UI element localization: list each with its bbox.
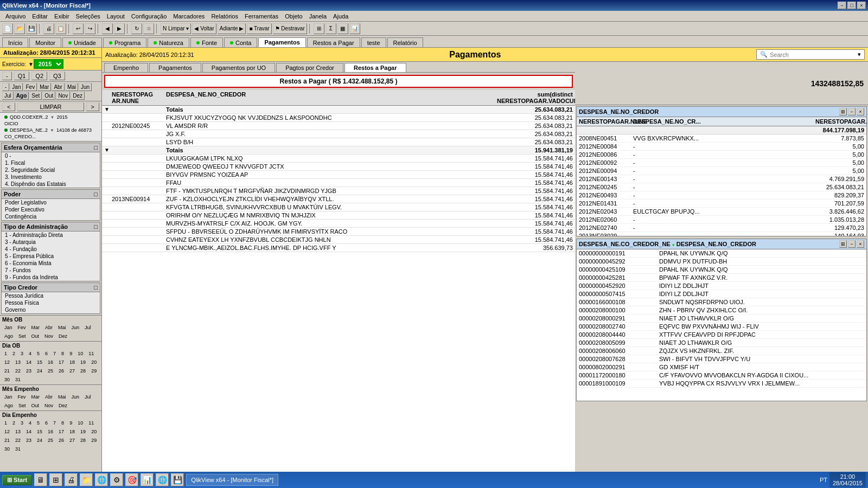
- tab-pagamentos-main[interactable]: Pagamentos: [149, 63, 201, 72]
- list-item[interactable]: 00000802000291GD XMISF H/T: [577, 363, 866, 371]
- dia-ob-1[interactable]: 1: [2, 350, 9, 357]
- tab-unidade[interactable]: Unidade: [62, 37, 102, 47]
- dia-ob-19[interactable]: 19: [78, 358, 88, 366]
- mes-ob-ago[interactable]: Ago: [2, 332, 15, 340]
- dia-ob-30[interactable]: 30: [2, 376, 12, 383]
- esfera-header[interactable]: Esfera Orçamentária □: [2, 143, 100, 152]
- toolbar-extra2[interactable]: Σ: [326, 23, 336, 34]
- taskbar-icon-3[interactable]: 🖨: [65, 473, 78, 486]
- col-sum-header[interactable]: sum(distinct NERESTOPAGAR.VADOCUMENTO): [497, 91, 573, 104]
- dia-ob-25[interactable]: 25: [46, 367, 55, 375]
- toolbar-traVar[interactable]: ■ Travar: [247, 23, 271, 34]
- esfera-item-4[interactable]: 4. Dispêndio das Estatais: [2, 181, 100, 188]
- dia-ob-17[interactable]: 17: [56, 358, 66, 366]
- mes-ob-out[interactable]: Out: [29, 332, 42, 340]
- poder-header[interactable]: Poder □: [2, 190, 100, 199]
- menu-janela[interactable]: Janela: [306, 12, 330, 21]
- tab-empenho[interactable]: Empenho: [104, 63, 148, 72]
- list-item[interactable]: 2012NE00245-25.634.083,21: [577, 183, 866, 191]
- mes-emp-ago[interactable]: Ago: [2, 402, 15, 409]
- mes-ob-nov[interactable]: Nov: [42, 332, 55, 340]
- table-row[interactable]: LSYD B/H 25.634.083,21: [102, 138, 575, 146]
- toolbar-adiante[interactable]: Adiante ▶: [218, 23, 246, 34]
- taskbar-icon-8[interactable]: 📊: [141, 473, 154, 486]
- rb-minimize[interactable]: −: [848, 240, 856, 248]
- dia-emp-21[interactable]: 21: [2, 436, 12, 444]
- dia-ob-28[interactable]: 28: [78, 367, 88, 375]
- toolbar-new[interactable]: 📄: [2, 23, 13, 34]
- quarter-q1[interactable]: Q1: [14, 72, 30, 80]
- table-row[interactable]: 2012NE00245 VL AMSDR R/R 25.634.083,21: [102, 122, 575, 130]
- poder-item-1[interactable]: Poder Legislativo: [2, 199, 100, 206]
- list-item[interactable]: 00001172000180C/F YFAVOVVO MVVOBAKCLN RY…: [577, 371, 866, 380]
- dia-ob-4[interactable]: 4: [27, 350, 34, 357]
- dia-ob-23[interactable]: 23: [24, 367, 34, 375]
- dia-ob-24[interactable]: 24: [35, 367, 44, 375]
- menu-layout[interactable]: Layout: [104, 12, 128, 21]
- mes-emp-jun[interactable]: Jun: [69, 393, 82, 401]
- dia-ob-16[interactable]: 16: [46, 358, 55, 366]
- dia-emp-23[interactable]: 23: [24, 436, 34, 444]
- mes-emp-out[interactable]: Out: [29, 402, 42, 409]
- list-item[interactable]: 2012NE02060-1.035.013,28: [577, 216, 866, 224]
- toolbar-copy[interactable]: 📋: [55, 23, 66, 34]
- list-item[interactable]: 2008NE00451VVG BXVKRCPWNKX...7.873,85: [577, 134, 866, 143]
- dia-emp-3[interactable]: 3: [18, 419, 25, 427]
- month-jan[interactable]: Jan: [10, 83, 23, 91]
- list-item[interactable]: 00000000425281BPWAF TF AXNKGZ V.R.: [577, 274, 866, 282]
- dia-ob-10[interactable]: 10: [75, 350, 85, 357]
- table-row[interactable]: FKJSVUT XKUCYZYOGQ NK VVJDEDNZS L AKSPOO…: [102, 114, 575, 122]
- list-item[interactable]: 00000166000108SNDLWT NQSRFDRPNO UIOJ.: [577, 298, 866, 306]
- rb-close[interactable]: ×: [857, 240, 864, 248]
- list-item[interactable]: 00001891000109YVBJ HQQYPPA CX RSJVVLYV V…: [577, 380, 866, 388]
- menu-editar[interactable]: Editar: [29, 12, 51, 21]
- mes-emp-mai[interactable]: Mai: [56, 393, 68, 401]
- taskbar-app-item[interactable]: QlikView x64 - [Monitor Fiscal*]: [186, 474, 278, 486]
- list-item[interactable]: 2012NE00084-5,00: [577, 143, 866, 151]
- menu-selecoes[interactable]: Seleções: [73, 12, 104, 21]
- month-ago[interactable]: Ago: [14, 92, 29, 100]
- dia-emp-2[interactable]: 2: [10, 419, 17, 427]
- col-credor-header[interactable]: DESPESA_NE.NO_CREDOR: [166, 91, 497, 104]
- taskbar-icon-2[interactable]: ⊞: [49, 473, 62, 486]
- taskbar-icon-1[interactable]: 🖥: [34, 473, 47, 486]
- list-item[interactable]: 2012NE00143-4.769.291,59: [577, 175, 866, 183]
- col-ne-header[interactable]: NERESTOPAG AR.NUNE: [112, 91, 166, 104]
- dia-emp-1[interactable]: 1: [2, 419, 9, 427]
- toolbar-back[interactable]: ◀: [102, 23, 113, 34]
- dia-emp-28[interactable]: 28: [78, 436, 88, 444]
- tipo-admin-item-7[interactable]: 7 - Fundos: [2, 267, 100, 274]
- mes-emp-mar[interactable]: Mar: [29, 393, 42, 401]
- month-set[interactable]: Set: [29, 92, 42, 100]
- dia-ob-20[interactable]: 20: [89, 358, 99, 366]
- month-mai[interactable]: Mai: [65, 83, 78, 91]
- start-button[interactable]: ⊞ Start: [2, 475, 32, 485]
- mes-ob-dez[interactable]: Dez: [56, 332, 69, 340]
- esfera-item-2[interactable]: 2. Seguridade Social: [2, 166, 100, 174]
- dia-emp-15[interactable]: 15: [35, 428, 44, 435]
- toolbar-extra3[interactable]: ▦: [337, 23, 348, 34]
- taskbar-icon-5[interactable]: 🌐: [95, 473, 108, 486]
- month-dez[interactable]: Dez: [71, 92, 85, 100]
- month-fev[interactable]: Fev: [23, 83, 37, 91]
- menu-exibir[interactable]: Exibir: [51, 12, 73, 21]
- year-select[interactable]: 2015: [34, 59, 63, 69]
- month-mar[interactable]: Mar: [37, 83, 51, 91]
- esfera-item-0[interactable]: 0 -: [2, 152, 100, 159]
- taskbar-icon-4[interactable]: 📁: [80, 473, 93, 486]
- dia-ob-6[interactable]: 6: [43, 350, 50, 357]
- mes-emp-set[interactable]: Set: [16, 402, 28, 409]
- mes-ob-jul[interactable]: Jul: [82, 324, 93, 331]
- dia-emp-12[interactable]: 12: [2, 428, 12, 435]
- toolbar-extra1[interactable]: ⊞: [314, 23, 324, 34]
- quarter-minus[interactable]: -: [2, 72, 12, 80]
- table-row[interactable]: SFPDU - BBVRSEEÚL O ZDHARÚYHVMK IM FIMIR…: [102, 228, 575, 236]
- tab-restos[interactable]: Restos a Pagar: [307, 37, 360, 47]
- tab-restos-main[interactable]: Restos a Pagar: [344, 63, 406, 72]
- dia-emp-8[interactable]: 8: [59, 419, 66, 427]
- toolbar-reload[interactable]: ↻: [131, 23, 142, 34]
- dia-ob-8[interactable]: 8: [59, 350, 66, 357]
- list-item[interactable]: 00000000045292DDMVU PX DUTFUD-BH: [577, 258, 866, 266]
- dia-emp-24[interactable]: 24: [35, 436, 44, 444]
- dia-emp-6[interactable]: 6: [43, 419, 50, 427]
